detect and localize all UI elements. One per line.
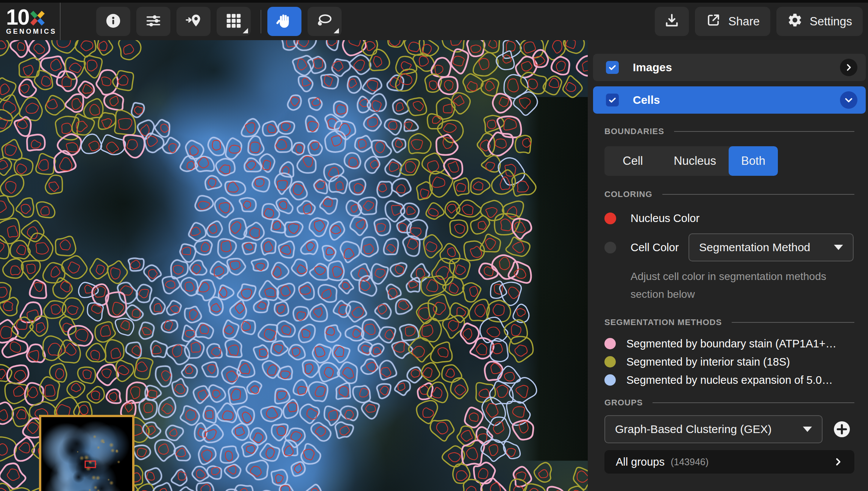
grouping-dropdown[interactable]: Graph-Based Clustering (GEX) [604, 415, 823, 443]
info-button[interactable] [96, 7, 130, 36]
image-viewport[interactable] [0, 40, 588, 491]
cells-layer-label: Cells [633, 94, 840, 106]
segmentation-method-item: Segmented by boundary stain (ATP1A1+… [604, 337, 854, 350]
grid-icon [225, 13, 242, 30]
nucleus-color-row: Nucleus Color [604, 211, 854, 226]
chevron-down-icon [844, 95, 854, 105]
gear-icon [787, 12, 803, 31]
images-expand-button[interactable] [840, 59, 857, 76]
cells-layer-row[interactable]: Cells [593, 86, 866, 114]
boundaries-option-both[interactable]: Both [729, 146, 778, 176]
coloring-section-heading: COLORING [604, 189, 854, 199]
minimap[interactable] [39, 415, 134, 491]
cell-color-row: Cell Color Segmentation Method [604, 233, 854, 261]
cells-checkbox[interactable] [606, 94, 619, 106]
logo-10x-genomics: 10 GENOMICS [0, 3, 61, 40]
heading-rule [653, 402, 854, 403]
check-icon [607, 95, 617, 105]
logo-text-10: 10 [6, 7, 29, 27]
grouping-dropdown-value: Graph-Based Clustering (GEX) [615, 423, 772, 436]
check-icon [607, 63, 617, 72]
heading-rule [662, 194, 854, 195]
interior-stain-color-swatch[interactable] [604, 356, 616, 367]
segmentation-method-item: Segmented by interior stain (18S) [604, 355, 854, 368]
grid-view-button[interactable] [217, 7, 251, 36]
share-icon [706, 12, 721, 31]
adjustments-icon [145, 12, 162, 31]
nucleus-color-swatch[interactable] [604, 213, 616, 224]
share-label: Share [728, 15, 760, 28]
pan-hand-button[interactable] [267, 7, 301, 36]
info-icon [105, 12, 122, 31]
groups-section-heading: GROUPS [604, 398, 854, 408]
lasso-select-button[interactable] [308, 7, 342, 36]
go-to-location-icon [185, 12, 202, 31]
images-layer-row[interactable]: Images [593, 54, 866, 81]
nucleus-expansion-color-swatch[interactable] [604, 374, 616, 386]
heading-rule [674, 131, 854, 132]
share-button[interactable]: Share [695, 7, 770, 36]
add-group-button[interactable] [833, 421, 851, 438]
chevron-right-icon [833, 457, 843, 467]
cell-color-label: Cell Color [631, 241, 688, 254]
cell-color-mode-dropdown[interactable]: Segmentation Method [688, 233, 854, 261]
caret-down-icon [803, 427, 812, 432]
boundaries-option-cell[interactable]: Cell [604, 146, 661, 176]
segmentation-methods-heading: SEGMENTATION METHODS [604, 317, 854, 327]
download-icon [663, 13, 680, 30]
minimap-canvas [41, 417, 132, 491]
images-layer-label: Images [633, 61, 840, 74]
segmentation-methods-legend: Segmented by boundary stain (ATP1A1+… Se… [604, 337, 854, 386]
cells-collapse-button[interactable] [840, 91, 857, 109]
boundaries-segmented-control: Cell Nucleus Both [604, 146, 778, 176]
logo-subtitle: GENOMICS [6, 28, 57, 36]
cell-color-mode-value: Segmentation Method [699, 241, 810, 254]
caret-down-icon [834, 245, 843, 250]
xenium-explorer-app: 10 GENOMICS [0, 0, 868, 491]
settings-button[interactable]: Settings [776, 7, 863, 36]
settings-label: Settings [810, 15, 852, 28]
boundaries-section-heading: BOUNDARIES [604, 127, 854, 136]
go-to-location-button[interactable] [176, 7, 211, 36]
all-groups-label: All groups [616, 456, 665, 468]
boundary-stain-color-swatch[interactable] [604, 338, 616, 349]
heading-rule [732, 322, 854, 323]
chevron-right-icon [844, 63, 853, 72]
all-groups-count: (143946) [671, 457, 709, 468]
adjustments-button[interactable] [136, 7, 170, 36]
logo-x-icon [30, 10, 45, 27]
segmentation-method-item: Segmented by nucleus expansion of 5.0… [604, 374, 854, 386]
toolbar: 10 GENOMICS [0, 0, 868, 40]
download-button[interactable] [655, 7, 689, 36]
layers-panel: Images Cells BOUNDARIES Cell Nucleus Bot… [588, 40, 868, 491]
toolbar-divider [261, 10, 261, 33]
cell-color-helper-text: Adjust cell color in segmentation method… [631, 267, 837, 303]
all-groups-row[interactable]: All groups (143946) [604, 450, 854, 474]
plus-circle-icon [833, 421, 851, 438]
pan-hand-icon [275, 12, 293, 31]
cell-color-swatch[interactable] [604, 242, 616, 253]
images-checkbox[interactable] [606, 61, 619, 74]
lasso-icon [315, 12, 334, 31]
nucleus-color-label: Nucleus Color [631, 212, 699, 225]
boundaries-option-nucleus[interactable]: Nucleus [661, 146, 729, 176]
